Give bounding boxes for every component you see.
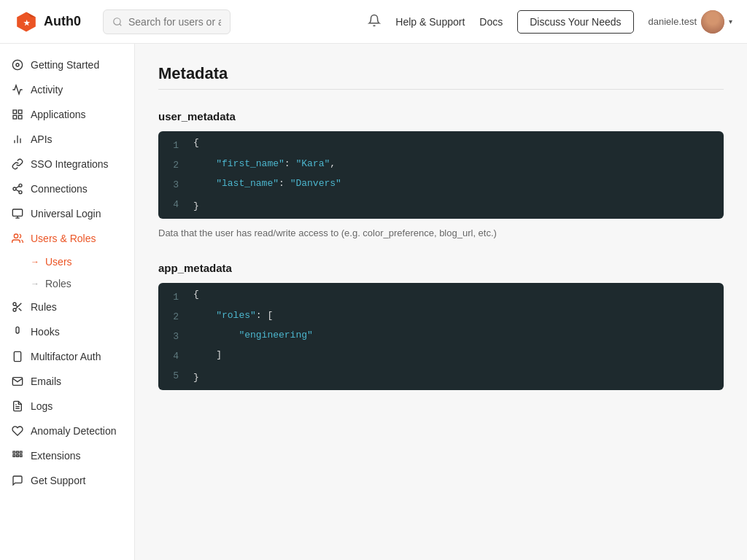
header-actions: Help & Support Docs Discuss Your Needs d… (368, 10, 732, 34)
svg-rect-36 (17, 455, 19, 457)
svg-rect-34 (20, 451, 22, 454)
svg-rect-32 (13, 451, 15, 454)
svg-point-5 (12, 60, 22, 69)
bell-icon[interactable] (368, 14, 381, 30)
svg-point-16 (19, 191, 22, 194)
svg-line-17 (16, 190, 20, 192)
svg-rect-33 (17, 451, 19, 454)
main-content: Metadata user_metadata 1 { 2 "first_name… (135, 44, 747, 560)
app-metadata-label: app_metadata (158, 262, 724, 274)
svg-point-6 (16, 63, 19, 66)
svg-line-18 (16, 186, 20, 188)
code-line: 4 ] (158, 345, 724, 365)
avatar (701, 10, 724, 34)
sidebar-item-get-support[interactable]: Get Support (0, 468, 134, 493)
sidebar-item-rules[interactable]: Rules (0, 295, 134, 319)
code-line: 3 "last_name": "Danvers" (158, 174, 724, 193)
user-section[interactable]: daniele.test ▾ (649, 10, 733, 34)
layout: Getting Started Activity Applications AP… (0, 44, 747, 560)
chevron-down-icon: ▾ (729, 18, 732, 26)
code-line: 4 } (158, 193, 724, 219)
svg-rect-10 (18, 115, 22, 119)
svg-rect-35 (13, 455, 15, 457)
svg-point-3 (114, 18, 120, 24)
svg-point-23 (13, 303, 16, 306)
logo[interactable]: ★ Auth0 (15, 10, 81, 34)
code-line: 1 { (158, 131, 724, 154)
logo-text: Auth0 (44, 14, 81, 29)
sidebar-sub-menu: → Users → Roles (0, 251, 134, 295)
sidebar-item-users-roles[interactable]: Users & Roles (0, 226, 134, 251)
sidebar-item-anomaly-detection[interactable]: Anomaly Detection (0, 419, 134, 443)
sidebar-item-sso-integrations[interactable]: SSO Integrations (0, 152, 134, 176)
header: ★ Auth0 Help & Support Docs Discuss Your… (0, 0, 747, 44)
search-icon (112, 17, 123, 27)
user-metadata-help: Data that the user has read/write access… (158, 228, 724, 238)
discuss-needs-button[interactable]: Discuss Your Needs (517, 10, 633, 34)
svg-line-4 (120, 23, 122, 26)
svg-rect-19 (12, 209, 22, 216)
search-bar[interactable] (103, 9, 231, 34)
page-title: Metadata (158, 64, 724, 83)
code-line: 5 } (158, 365, 724, 390)
divider (158, 89, 724, 90)
sidebar-sub-item-roles[interactable]: → Roles (31, 273, 134, 295)
svg-rect-37 (20, 455, 22, 457)
sidebar-item-logs[interactable]: Logs (0, 394, 134, 419)
svg-rect-9 (13, 115, 17, 119)
sidebar-item-apis[interactable]: APIs (0, 127, 134, 152)
svg-text:★: ★ (23, 18, 31, 26)
code-line: 2 "first_name": "Kara", (158, 154, 724, 174)
user-name: daniele.test (649, 16, 697, 27)
sidebar-item-extensions[interactable]: Extensions (0, 443, 134, 468)
sidebar-item-connections[interactable]: Connections (0, 176, 134, 201)
sidebar-item-activity[interactable]: Activity (0, 77, 134, 102)
svg-point-24 (13, 308, 16, 311)
svg-rect-8 (18, 110, 22, 114)
svg-point-14 (19, 184, 22, 187)
search-input[interactable] (128, 16, 221, 28)
sidebar-item-emails[interactable]: Emails (0, 369, 134, 394)
user-metadata-code-block: 1 { 2 "first_name": "Kara", 3 "last_name… (158, 131, 724, 219)
svg-point-15 (13, 187, 16, 190)
sidebar-sub-item-users[interactable]: → Users (31, 251, 134, 273)
svg-line-26 (19, 308, 22, 311)
sidebar-item-getting-started[interactable]: Getting Started (0, 52, 134, 77)
sidebar-item-hooks[interactable]: Hooks (0, 319, 134, 344)
code-line: 1 { (158, 283, 724, 306)
app-metadata-code-block: 1 { 2 "roles": [ 3 "engineering" 4 ] (158, 283, 724, 390)
svg-line-27 (15, 305, 18, 307)
help-support-link[interactable]: Help & Support (395, 16, 465, 28)
code-line: 2 "roles": [ (158, 306, 724, 325)
code-line: 3 "engineering" (158, 325, 724, 345)
user-metadata-label: user_metadata (158, 110, 724, 122)
sidebar-item-applications[interactable]: Applications (0, 102, 134, 127)
sidebar: Getting Started Activity Applications AP… (0, 44, 135, 560)
sidebar-item-universal-login[interactable]: Universal Login (0, 201, 134, 226)
svg-rect-7 (13, 110, 17, 114)
docs-link[interactable]: Docs (479, 16, 503, 28)
svg-point-22 (14, 234, 18, 238)
sidebar-item-multifactor-auth[interactable]: Multifactor Auth (0, 344, 134, 369)
